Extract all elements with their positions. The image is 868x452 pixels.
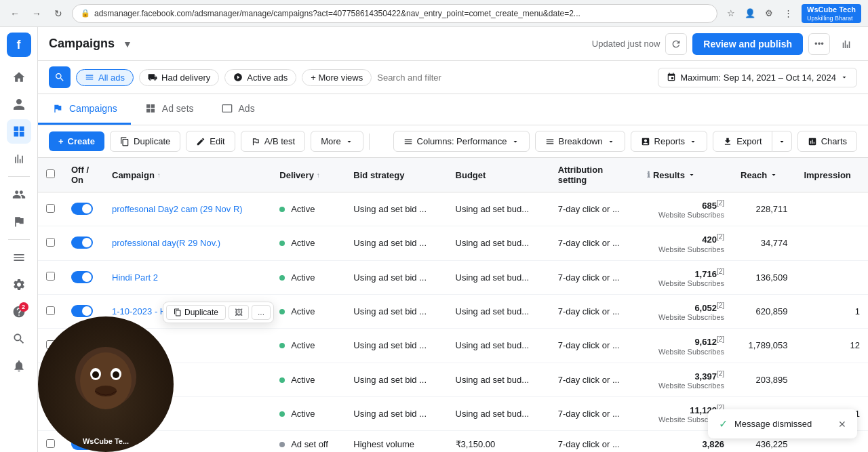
search-button[interactable] xyxy=(49,66,71,88)
row-attribution-cell: 7-day click or ... xyxy=(550,329,639,363)
more-views-filter[interactable]: + More views xyxy=(302,69,372,86)
sidebar-item-notifications[interactable] xyxy=(7,354,31,378)
th-reach[interactable]: Reach xyxy=(732,158,795,192)
help-badge: 2 xyxy=(19,302,28,312)
toolbar-right: Columns: Performance Breakdown Reports xyxy=(393,131,857,152)
sidebar-item-list[interactable] xyxy=(7,245,31,270)
tab-navigation: Campaigns Ad sets Ads xyxy=(38,94,868,125)
row-reach-cell: 228,711 xyxy=(732,192,795,226)
delivery-status-text: Active xyxy=(291,375,315,385)
toast-text: Message dismissed xyxy=(734,419,831,429)
ctx-duplicate-button[interactable]: Duplicate xyxy=(166,305,226,320)
svg-point-1 xyxy=(80,352,132,409)
campaign-sort-icon[interactable]: ↑ xyxy=(157,171,161,179)
campaign-name-link[interactable]: Hindi Part 2 xyxy=(112,272,158,283)
sidebar-item-profile[interactable] xyxy=(7,92,31,117)
row-toggle[interactable] xyxy=(71,305,93,317)
row-bid-strategy-cell: Highest volume xyxy=(345,431,447,452)
sidebar-item-settings[interactable] xyxy=(7,272,31,297)
row-checkbox[interactable] xyxy=(46,272,55,281)
row-bid-strategy-cell: Using ad set bid ... xyxy=(345,226,447,260)
duplicate-button[interactable]: Duplicate xyxy=(110,131,180,152)
row-reach-cell: 1,789,053 xyxy=(732,329,795,363)
header-chart-icon[interactable] xyxy=(835,33,857,55)
export-button[interactable]: Export xyxy=(713,131,772,152)
ctx-image-button[interactable]: 🖼 xyxy=(229,305,249,320)
header-more-options[interactable]: ••• xyxy=(808,33,830,55)
ab-test-button[interactable]: A/B test xyxy=(241,131,306,152)
video-label: WsCube Te... xyxy=(83,437,129,445)
campaign-name-link[interactable]: professional day(R 29 Nov.) xyxy=(112,238,220,248)
bookmark-icon[interactable]: ☆ xyxy=(723,5,739,22)
row-results-cell: 685[2] Website Subscribes xyxy=(639,192,732,226)
refresh-button[interactable]: ↻ xyxy=(50,5,66,22)
row-budget-cell: Using ad set bud... xyxy=(448,396,550,430)
create-button[interactable]: + Create xyxy=(49,131,104,151)
refresh-button[interactable] xyxy=(665,33,687,55)
menu-icon[interactable]: ⋮ xyxy=(780,5,796,22)
table-header-row: Off /On Campaign ↑ Delivery ↑ xyxy=(38,158,868,192)
delivery-sort-icon[interactable]: ↑ xyxy=(317,171,320,179)
row-toggle[interactable] xyxy=(71,203,93,215)
sidebar-item-flag[interactable] xyxy=(7,209,31,234)
more-button[interactable]: More xyxy=(311,131,363,152)
toolbar-separator xyxy=(369,133,370,150)
results-sup: [2] xyxy=(717,335,724,343)
sidebar-item-dashboard[interactable] xyxy=(7,119,31,144)
active-ads-filter[interactable]: Active ads xyxy=(224,69,296,86)
tab-campaigns[interactable]: Campaigns xyxy=(38,94,131,125)
campaign-name-link[interactable]: proffesonal Day2 cam (29 Nov R) xyxy=(112,204,243,214)
back-button[interactable]: ← xyxy=(7,5,23,22)
search-filter-input[interactable] xyxy=(377,73,652,83)
review-publish-button[interactable]: Review and publish xyxy=(692,33,803,55)
had-delivery-filter[interactable]: Had delivery xyxy=(139,69,219,86)
sidebar-item-analytics[interactable] xyxy=(7,146,31,171)
sidebar-item-home[interactable] xyxy=(7,65,31,89)
reports-button[interactable]: Reports xyxy=(631,131,708,152)
breakdown-button[interactable]: Breakdown xyxy=(535,131,625,152)
toast-icon: ✓ xyxy=(719,417,728,430)
forward-button[interactable]: → xyxy=(28,5,45,22)
toast-close-button[interactable]: ✕ xyxy=(838,419,846,430)
date-range-button[interactable]: Maximum: Sep 14, 2021 – Oct 14, 2024 xyxy=(658,68,857,87)
sidebar-item-help[interactable]: 2 xyxy=(7,300,31,324)
browser-bar: ← → ↻ 🔒 adsmanager.facebook.com/adsmanag… xyxy=(0,0,868,27)
th-impressions: Impression xyxy=(795,158,868,192)
row-toggle[interactable] xyxy=(71,271,93,283)
url-bar[interactable]: 🔒 adsmanager.facebook.com/adsmanager/man… xyxy=(72,4,717,23)
row-checkbox[interactable] xyxy=(46,204,55,213)
results-info-icon[interactable]: ℹ xyxy=(647,170,650,180)
th-campaign[interactable]: Campaign ↑ xyxy=(104,158,271,192)
row-toggle[interactable] xyxy=(71,237,93,249)
profile-icon[interactable]: 👤 xyxy=(742,5,758,22)
campaigns-dropdown[interactable]: ▼ xyxy=(123,39,132,49)
select-all-checkbox[interactable] xyxy=(46,169,55,178)
row-checkbox[interactable] xyxy=(46,306,55,315)
toolbar: + Create Duplicate Edit A/B test More xyxy=(38,125,868,158)
sidebar-item-people[interactable] xyxy=(7,182,31,207)
row-attribution-cell: 7-day click or ... xyxy=(550,396,639,430)
row-bid-strategy-cell: Using ad set bid ... xyxy=(345,294,447,328)
row-toggle-cell xyxy=(63,192,104,226)
columns-button[interactable]: Columns: Performance xyxy=(393,131,530,152)
tab-ads[interactable]: Ads xyxy=(208,94,269,125)
charts-button[interactable]: Charts xyxy=(797,131,857,152)
row-reach-cell: 203,895 xyxy=(732,363,795,396)
row-bid-strategy-cell: Using ad set bid ... xyxy=(345,396,447,430)
row-budget-cell: Using ad set bud... xyxy=(448,260,550,294)
th-results[interactable]: ℹ Results xyxy=(639,158,732,192)
extensions-icon[interactable]: ⚙ xyxy=(761,5,777,22)
edit-button[interactable]: Edit xyxy=(186,131,235,152)
export-dropdown-button[interactable] xyxy=(772,131,792,152)
th-delivery[interactable]: Delivery ↑ xyxy=(271,158,345,192)
all-ads-filter[interactable]: All ads xyxy=(76,69,134,86)
tab-adsets[interactable]: Ad sets xyxy=(131,94,208,125)
sidebar-item-search[interactable] xyxy=(7,327,31,351)
delivery-status-dot xyxy=(279,309,285,314)
row-checkbox[interactable] xyxy=(46,439,55,448)
row-checkbox[interactable] xyxy=(46,238,55,247)
row-results-cell: 9,612[2] Website Subscribes xyxy=(639,329,732,363)
ctx-more-button[interactable]: ... xyxy=(252,305,271,320)
results-value: 3,826 xyxy=(703,439,725,449)
impressions-value: 1 xyxy=(855,306,860,316)
